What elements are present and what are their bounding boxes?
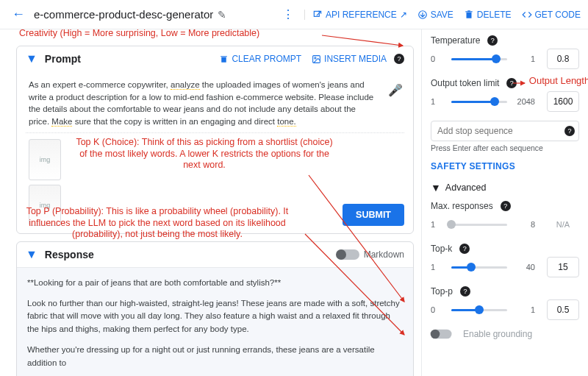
prompt-card: ▼ Prompt CLEAR PROMPT INSERT MEDIA ? 🎤 A… bbox=[16, 46, 414, 234]
insert-media-button[interactable]: INSERT MEDIA bbox=[312, 54, 387, 64]
save-button[interactable]: SAVE bbox=[417, 10, 453, 20]
svg-line-2 bbox=[322, 35, 403, 46]
anno-creativity: Creativity (High = More surprising, Low … bbox=[19, 29, 328, 40]
header-actions: ⋮ API REFERENCE ↗ SAVE DELETE GET CODE bbox=[282, 7, 581, 21]
response-body: **Looking for a pair of jeans that are b… bbox=[17, 268, 413, 376]
enable-grounding-row: Enable grounding bbox=[431, 329, 579, 339]
max-responses-label: Max. responses bbox=[431, 201, 493, 211]
topp-value[interactable]: 0.5 bbox=[547, 299, 579, 320]
max-responses-slider[interactable] bbox=[451, 224, 507, 226]
safety-settings-link[interactable]: SAFETY SETTINGS bbox=[431, 161, 579, 171]
response-card: ▼ Response Markdown **Looking for a pair… bbox=[16, 241, 414, 376]
api-reference-link[interactable]: API REFERENCE ↗ bbox=[304, 10, 407, 20]
response-card-header: ▼ Response Markdown bbox=[17, 242, 413, 268]
chevron-down-icon[interactable]: ▼ bbox=[26, 52, 37, 65]
chevron-down-icon[interactable]: ▼ bbox=[26, 248, 37, 261]
prompt-title: Prompt bbox=[45, 53, 81, 65]
prompt-card-header: ▼ Prompt CLEAR PROMPT INSERT MEDIA ? bbox=[17, 46, 413, 71]
response-line: Whether you're dressing up for a night o… bbox=[27, 344, 403, 370]
left-pane: Creativity (High = More surprising, Low … bbox=[0, 29, 421, 376]
grounding-toggle[interactable] bbox=[432, 330, 452, 339]
stop-sequence-input[interactable] bbox=[431, 121, 579, 141]
temperature-slider[interactable] bbox=[451, 58, 507, 60]
project-title: e-commerce-product-desc-generator bbox=[34, 8, 213, 21]
help-icon[interactable]: ? bbox=[501, 201, 511, 211]
svg-point-6 bbox=[315, 57, 316, 58]
output-token-value[interactable]: 1600 bbox=[547, 91, 579, 112]
image-thumbnail[interactable]: img bbox=[29, 185, 61, 226]
stop-sequence-hint: Press Enter after each sequence bbox=[431, 143, 579, 152]
help-icon[interactable]: ? bbox=[564, 126, 575, 136]
image-thumbnail[interactable]: img bbox=[29, 139, 61, 180]
api-reference-label: API REFERENCE bbox=[326, 10, 397, 20]
settings-panel: Temperature? 0 1 0.8 Output token limit?… bbox=[421, 29, 588, 376]
external-link-icon: ↗ bbox=[400, 10, 407, 20]
help-icon[interactable]: ? bbox=[459, 244, 470, 254]
help-icon[interactable]: ? bbox=[506, 78, 517, 88]
topp-label: Top-p bbox=[431, 286, 453, 297]
get-code-button[interactable]: GET CODE bbox=[522, 10, 581, 20]
topk-value[interactable]: 15 bbox=[547, 257, 579, 277]
clear-prompt-button[interactable]: CLEAR PROMPT bbox=[219, 54, 301, 64]
header-bar: ← e-commerce-product-desc-generator ✎ ⋮ … bbox=[0, 0, 588, 29]
topp-slider[interactable] bbox=[451, 309, 507, 311]
markdown-toggle[interactable] bbox=[337, 249, 359, 260]
edit-title-icon[interactable]: ✎ bbox=[218, 9, 226, 21]
response-title: Response bbox=[45, 249, 94, 260]
prompt-textarea[interactable]: As an expert e-commerce copywriter, anal… bbox=[26, 74, 404, 133]
topk-slider[interactable] bbox=[451, 266, 507, 269]
help-icon[interactable]: ? bbox=[394, 54, 404, 64]
help-icon[interactable]: ? bbox=[487, 35, 498, 46]
back-arrow-icon[interactable]: ← bbox=[7, 4, 29, 25]
output-token-slider[interactable] bbox=[451, 101, 507, 103]
submit-button[interactable]: SUBMIT bbox=[343, 204, 404, 226]
markdown-label: Markdown bbox=[364, 249, 404, 260]
microphone-icon[interactable]: 🎤 bbox=[388, 83, 403, 97]
topk-label: Top-k bbox=[431, 244, 452, 254]
delete-button[interactable]: DELETE bbox=[464, 10, 512, 20]
response-line: **Looking for a pair of jeans that are b… bbox=[27, 277, 403, 290]
temperature-value[interactable]: 0.8 bbox=[547, 49, 579, 69]
max-responses-value: N/A bbox=[547, 214, 579, 235]
advanced-toggle[interactable]: ▼Advanced bbox=[431, 182, 579, 194]
output-token-label: Output token limit bbox=[431, 78, 499, 88]
help-icon[interactable]: ? bbox=[460, 286, 470, 297]
response-line: Look no further than our high-waisted, s… bbox=[27, 297, 403, 336]
more-menu-icon[interactable]: ⋮ bbox=[282, 7, 294, 21]
grounding-label: Enable grounding bbox=[463, 329, 532, 339]
temperature-label: Temperature bbox=[431, 35, 480, 46]
